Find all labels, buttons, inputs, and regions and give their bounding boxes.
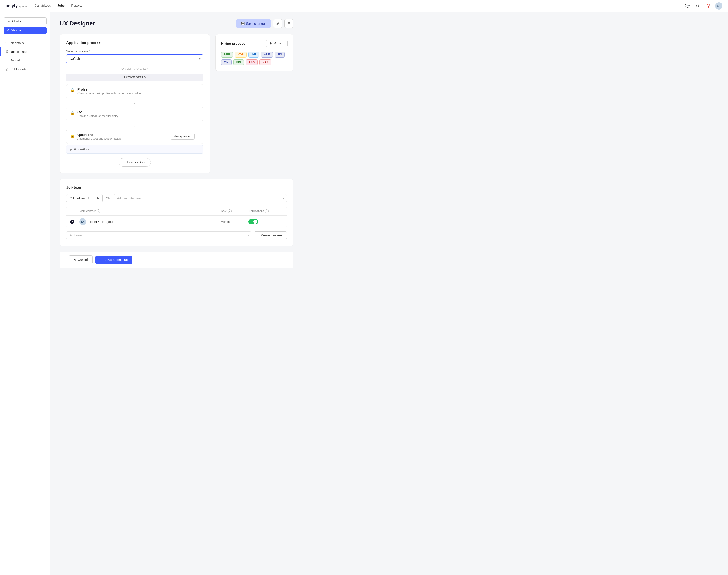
application-process-card: Application process Select a process * D… [60,34,210,173]
step-questions-info: Questions Additional questions (customis… [77,133,168,140]
hiring-tag-1in: 1IN [275,52,285,58]
x-icon: ✕ [74,258,76,262]
questions-expand[interactable]: ▶ 8 questions [66,145,203,154]
main-contact-radio[interactable] [70,219,79,224]
sidebar-item-job-details[interactable]: ℹ Job details [0,38,50,47]
arrow-left-icon: ← [7,20,10,23]
help-icon: ❓ [706,3,711,8]
cancel-button[interactable]: ✕ Cancel [69,256,93,264]
right-panel: Hiring process ⚙ Manage NEUVORINEABE1IN2… [215,34,293,173]
sidebar-item-publish-job[interactable]: ◎ Publish job [0,65,50,73]
help-icon-button[interactable]: ❓ [705,2,712,10]
step-profile-name: Profile [77,88,200,91]
publish-icon: ◎ [5,67,8,71]
brand-subtitle: by XING [19,5,27,8]
hiring-tag-ine: INE [248,52,259,58]
grid-icon: ⊞ [287,22,290,26]
hiring-tag-kab: KAB [259,59,271,65]
step-cv: 🔒 CV Résumé upload or manual entry [66,107,203,121]
select-process-label: Select a process * [66,49,203,53]
col-role: Role i [221,209,248,213]
hiring-tag-abg: ABG [246,59,258,65]
lock-icon: 🔒 [70,88,75,92]
user-role: Admin [221,220,248,224]
load-team-button[interactable]: ⤴ Load team from job [66,194,103,202]
or-edit-divider: OR EDIT MANUALLY [66,67,203,70]
user-avatar[interactable]: LK [715,2,723,10]
hiring-tag-ein: EIN [233,59,244,65]
upload-icon: ⤴ [70,197,72,200]
settings-icon-button[interactable]: ⚙ [694,2,701,10]
info-icon: i [265,209,269,213]
hiring-tag-neu: NEU [221,52,233,58]
new-question-button[interactable]: New question [171,133,195,140]
col-notifications: Notifications i [248,209,283,213]
col-main-contact: Main contact i [79,209,221,213]
page-header-actions: 💾 Save changes ⇗ ⊞ [236,19,293,28]
save-continue-button[interactable]: → Save & continue [95,256,133,264]
chevron-right-icon: ▶ [70,148,72,151]
add-user-select[interactable]: Add user [66,231,251,239]
recruiter-team-select[interactable]: Add recruiter team [114,194,287,202]
toggle[interactable] [248,219,258,225]
hiring-tags: NEUVORINEABE1IN2INEINABGKAB [221,52,288,65]
avatar: LK [79,218,86,225]
view-job-button[interactable]: 👁 View job [4,27,46,34]
left-panel: Application process Select a process * D… [60,34,210,173]
messages-icon: 💬 [685,3,690,8]
messages-icon-button[interactable]: 💬 [684,2,691,10]
info-icon: i [228,209,232,213]
step-profile-info: Profile Creation of a basic profile with… [77,88,200,95]
more-options-button[interactable]: ··· [197,134,200,138]
process-select-wrapper: Default ▾ [66,54,203,63]
step-questions-actions: New question ··· [171,133,200,140]
sidebar-item-job-ad[interactable]: ☰ Job ad [0,56,50,65]
step-questions-name: Questions [77,133,168,137]
manage-button[interactable]: ⚙ Manage [266,40,288,47]
step-profile-desc: Creation of a basic profile with name, p… [77,92,200,95]
share-button[interactable]: ⇗ [273,19,282,28]
layout-button[interactable]: ⊞ [284,19,293,28]
hiring-tag-vor: VOR [235,52,247,58]
save-icon: 💾 [241,22,245,26]
arrow-right-icon: → [100,258,103,262]
topnav-actions: 💬 ⚙ ❓ LK [684,2,723,10]
active-steps-header: ACTIVE STEPS [66,74,203,81]
step-questions-desc: Additional questions (customisable) [77,137,168,140]
share-icon: ⇗ [276,22,279,26]
sidebar-btn-group: ← All jobs 👁 View job [0,18,50,38]
document-icon: ☰ [5,58,8,62]
sidebar: ← All jobs 👁 View job ℹ Job details ⚙ Jo… [0,12,50,575]
hiring-process-header: Hiring process ⚙ Manage [221,40,288,47]
nav-jobs[interactable]: Jobs [57,4,65,8]
lock-icon: 🔒 [70,111,75,115]
hiring-process-card: Hiring process ⚙ Manage NEUVORINEABE1IN2… [215,34,293,71]
info-icon: ℹ [5,41,7,45]
create-new-user-button[interactable]: + Create new user [254,231,287,239]
sidebar-nav: ℹ Job details ⚙ Job settings ☰ Job ad ◎ … [0,38,50,73]
save-changes-button[interactable]: 💾 Save changes [236,20,271,28]
step-questions: 🔒 Questions Additional questions (custom… [66,130,203,144]
nav-candidates[interactable]: Candidates [35,4,51,8]
process-select[interactable]: Default [66,54,203,63]
page-title: UX Designer [60,20,95,27]
notifications-toggle[interactable] [248,219,283,225]
step-arrow-2: ↓ [66,123,203,128]
add-user-row: Add user ▾ + Create new user [66,231,287,239]
plus-icon: + [258,234,260,237]
app-layout: ← All jobs 👁 View job ℹ Job details ⚙ Jo… [0,12,728,575]
settings-icon: ⚙ [5,49,8,54]
content-grid: Application process Select a process * D… [60,34,293,173]
job-team-title: Job team [66,185,287,190]
team-table: Main contact i Role i Notifications i [66,207,287,228]
all-jobs-button[interactable]: ← All jobs [4,18,46,25]
download-icon: ↓ [124,161,125,164]
bottom-bar: ✕ Cancel → Save & continue [60,251,293,268]
nav-reports[interactable]: Reports [71,4,82,8]
sidebar-item-job-settings[interactable]: ⚙ Job settings [0,47,50,56]
brand-name: onlyfy [5,3,18,8]
inactive-steps-button[interactable]: ↓ Inactive steps [119,158,150,167]
step-cv-desc: Résumé upload or manual entry [77,114,200,117]
team-table-header: Main contact i Role i Notifications i [67,207,286,215]
gear-icon: ⚙ [269,42,272,45]
